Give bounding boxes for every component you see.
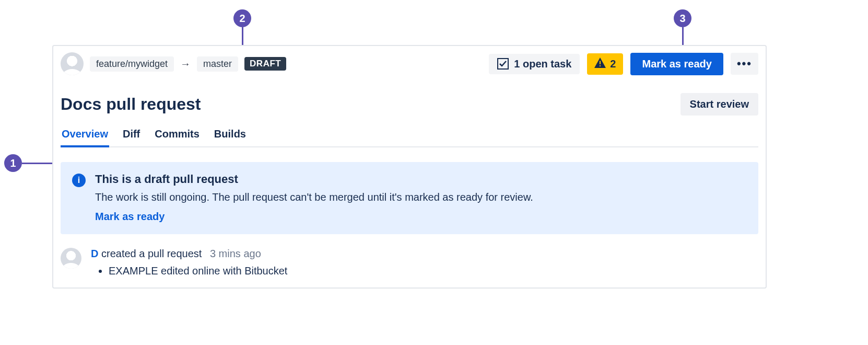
info-icon: i — [72, 174, 86, 187]
draft-info-banner: i This is a draft pull request The work … — [61, 162, 758, 234]
tab-diff[interactable]: Diff — [122, 128, 141, 147]
activity-summary: D created a pull request 3 mins ago — [91, 248, 287, 260]
banner-mark-as-ready-link[interactable]: Mark as ready — [95, 211, 165, 223]
svg-rect-1 — [600, 65, 601, 66]
draft-badge: DRAFT — [244, 57, 286, 71]
arrow-right-icon: → — [180, 58, 191, 70]
warning-pill[interactable]: 2 — [587, 53, 623, 75]
pr-header-actions: 1 open task 2 Mark as ready ••• — [489, 53, 758, 75]
activity-text: created a pull request — [101, 248, 202, 259]
ellipsis-icon: ••• — [737, 58, 752, 70]
tab-commits[interactable]: Commits — [154, 128, 201, 147]
banner-body: The work is still ongoing. The pull requ… — [95, 191, 533, 203]
activity-entry: D created a pull request 3 mins ago EXAM… — [61, 248, 758, 277]
activity-author-link[interactable]: D — [91, 248, 98, 259]
source-branch-chip[interactable]: feature/mywidget — [90, 56, 174, 72]
activity-commit-list: EXAMPLE edited online with Bitbucket — [109, 265, 287, 277]
avatar — [61, 52, 84, 75]
open-tasks-label: 1 open task — [514, 58, 571, 70]
warning-count: 2 — [610, 58, 616, 70]
checkbox-icon — [497, 58, 509, 70]
avatar — [61, 248, 81, 269]
activity-time: 3 mins ago — [210, 248, 261, 259]
pr-tabs: Overview Diff Commits Builds — [61, 127, 758, 147]
callout-circle: 3 — [674, 9, 691, 27]
open-tasks-pill[interactable]: 1 open task — [489, 54, 580, 74]
more-actions-button[interactable]: ••• — [731, 53, 758, 75]
banner-title: This is a draft pull request — [95, 172, 533, 186]
svg-rect-0 — [600, 61, 601, 64]
start-review-button[interactable]: Start review — [681, 93, 758, 116]
mark-as-ready-button[interactable]: Mark as ready — [630, 53, 723, 75]
warning-triangle-icon — [594, 58, 606, 71]
page-title: Docs pull request — [61, 95, 201, 114]
pr-header: feature/mywidget → master DRAFT 1 open t… — [61, 52, 758, 75]
callout-line — [22, 163, 55, 164]
pr-branch-info: feature/mywidget → master DRAFT — [61, 52, 286, 75]
tab-overview[interactable]: Overview — [61, 128, 109, 147]
callout-circle: 1 — [4, 154, 22, 172]
target-branch-chip[interactable]: master — [197, 56, 238, 72]
activity-commit-item: EXAMPLE edited online with Bitbucket — [109, 265, 287, 277]
banner-content: This is a draft pull request The work is… — [95, 172, 533, 223]
pull-request-card: feature/mywidget → master DRAFT 1 open t… — [52, 45, 767, 289]
activity-content: D created a pull request 3 mins ago EXAM… — [91, 248, 287, 277]
tab-builds[interactable]: Builds — [213, 128, 247, 147]
pr-title-row: Docs pull request Start review — [61, 93, 758, 116]
callout-circle: 2 — [233, 9, 251, 27]
